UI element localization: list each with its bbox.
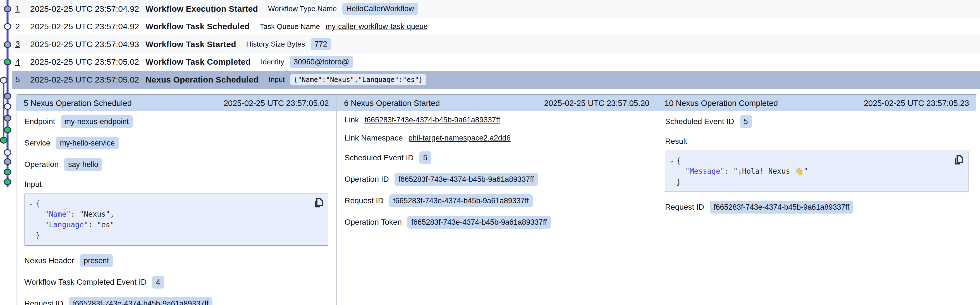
json-key: "Language": [45, 221, 88, 229]
copy-icon: [313, 198, 323, 209]
event-marker-gray-icon: [4, 115, 11, 121]
field-badge: say-hello: [64, 158, 102, 171]
field-badge: f665283f-743e-4374-b45b-9a61a89337ff: [69, 297, 213, 305]
panel-header: 5 Nexus Operation Scheduled2025-02-25 UT…: [16, 95, 336, 111]
event-detail-panels: 5 Nexus Operation Scheduled2025-02-25 UT…: [16, 94, 977, 305]
field-row: Link Namespacephil-target-namespace2.a2d…: [345, 133, 649, 143]
field-row: Operation IDf665283f-743e-4374-b45b-9a61…: [345, 173, 649, 186]
json-text: :: [724, 167, 733, 175]
field-badge: present: [80, 254, 113, 267]
panel-body: Endpointmy-nexus-endpointServicemy-hello…: [16, 111, 336, 305]
event-id: 2: [15, 22, 30, 31]
json-text: {: [36, 199, 40, 208]
event-marker-green-icon: [4, 169, 11, 175]
panel-timestamp: 2025-02-25 UTC 23:57:05.23: [864, 99, 969, 108]
event-attr: Input{"Name":"Nexus","Language":"es"}: [269, 74, 426, 85]
field-label: Request ID: [665, 202, 704, 212]
field-badge: my-nexus-endpoint: [61, 115, 133, 128]
event-attr-label: Identity: [261, 58, 284, 66]
event-marker-gray-icon: [4, 6, 11, 12]
event-timestamp: 2025-02-25 UTC 23:57:04.92: [30, 22, 145, 31]
field-badge: 5: [740, 115, 752, 128]
event-attr-code: {"Name":"Nexus","Language":"es"}: [290, 74, 426, 85]
field-link[interactable]: f665283f-743e-4374-b45b-9a61a89337ff: [364, 115, 500, 125]
event-row[interactable]: 22025-02-25 UTC 23:57:04.92Workflow Task…: [12, 18, 980, 36]
event-timestamp: 2025-02-25 UTC 23:57:05.02: [30, 75, 145, 84]
json-line: {: [665, 155, 962, 166]
field-link[interactable]: phil-target-namespace2.a2dd6: [409, 133, 511, 143]
event-marker-gray-icon: [4, 159, 11, 165]
json-line: {: [25, 198, 322, 209]
event-attr: Workflow Type NameHelloCallerWorkflow: [268, 3, 418, 15]
event-id: 5: [15, 75, 30, 84]
field-badge: my-hello-service: [56, 137, 119, 149]
event-history-list: 12025-02-25 UTC 23:57:04.92Workflow Exec…: [12, 0, 980, 88]
json-text: "es": [97, 221, 115, 229]
json-text: }: [676, 178, 681, 186]
field-label: Nexus Header: [24, 256, 74, 265]
json-viewer: ⌄{ "Name": "Nexus", "Language": "es"}: [24, 193, 328, 246]
event-id-link[interactable]: 4: [15, 57, 20, 66]
field-label: Result: [665, 137, 969, 146]
field-badge: 5: [419, 152, 431, 164]
event-timestamp: 2025-02-25 UTC 23:57:05.02: [30, 57, 145, 66]
field-label: Workflow Task Completed Event ID: [24, 277, 146, 287]
collapse-chevron-icon[interactable]: ⌄: [28, 199, 34, 207]
field-label: Link Namespace: [345, 133, 403, 143]
field-label: Request ID: [345, 196, 383, 205]
event-id: 1: [15, 4, 30, 13]
event-id-link[interactable]: 5: [15, 75, 20, 84]
event-id: 3: [15, 40, 30, 49]
json-text: [36, 210, 45, 218]
json-text: [36, 221, 45, 229]
field-badge: f665283f-743e-4374-b45b-9a61a89337ff: [395, 173, 538, 186]
collapse-chevron-icon[interactable]: ⌄: [669, 156, 675, 164]
event-attr-badge: HelloCallerWorkflow: [342, 3, 418, 15]
event-id-link[interactable]: 1: [15, 4, 20, 13]
field-row: Operation Tokenf665283f-743e-4374-b45b-9…: [345, 216, 649, 229]
event-name: Nexus Operation Scheduled: [145, 75, 259, 84]
field-row: Request IDf665283f-743e-4374-b45b-9a61a8…: [665, 201, 969, 213]
field-badge: 4: [152, 276, 164, 289]
json-text: :: [88, 221, 97, 229]
json-line: }: [665, 177, 962, 187]
event-attr-label: Input: [269, 75, 285, 84]
event-marker-green-icon: [4, 127, 11, 133]
copy-button[interactable]: [312, 198, 324, 210]
event-attr-label: History Size Bytes: [246, 40, 305, 49]
event-id-link[interactable]: 2: [15, 22, 20, 31]
event-id: 4: [15, 57, 30, 66]
event-timestamp: 2025-02-25 UTC 23:57:04.92: [30, 4, 145, 14]
json-viewer: ⌄{ "Message": "¡Hola! Nexus 👋"}: [665, 150, 969, 192]
panel-timestamp: 2025-02-25 UTC 23:57:05.20: [544, 99, 649, 108]
json-text: [676, 167, 685, 175]
field-label: Operation: [24, 160, 59, 169]
field-row: Endpointmy-nexus-endpoint: [24, 115, 328, 128]
field-row: Scheduled Event ID5: [345, 152, 649, 164]
field-row: Servicemy-hello-service: [24, 137, 328, 149]
event-attr-label: Task Queue Name: [260, 22, 320, 31]
event-row[interactable]: 42025-02-25 UTC 23:57:05.02Workflow Task…: [12, 53, 980, 71]
field-label: Operation ID: [345, 174, 389, 184]
field-row: Linkf665283f-743e-4374-b45b-9a61a89337ff: [345, 115, 649, 125]
event-attr-link[interactable]: my-caller-workflow-task-queue: [326, 22, 428, 31]
field-label: Input: [24, 180, 328, 189]
json-text: {: [676, 156, 681, 165]
field-row: Nexus Headerpresent: [24, 254, 328, 267]
event-row[interactable]: 52025-02-25 UTC 23:57:05.02Nexus Operati…: [12, 71, 980, 88]
event-row[interactable]: 12025-02-25 UTC 23:57:04.92Workflow Exec…: [12, 0, 980, 18]
json-text: :: [71, 210, 79, 218]
event-name: Workflow Task Started: [145, 40, 236, 49]
field-label: Operation Token: [345, 218, 402, 227]
field-badge: f665283f-743e-4374-b45b-9a61a89337ff: [710, 201, 853, 213]
event-attr-badge: 30960@totoro@: [290, 56, 353, 68]
event-attr-label: Workflow Type Name: [268, 5, 337, 13]
temporal-event-history-screen: 12025-02-25 UTC 23:57:04.92Workflow Exec…: [0, 0, 980, 305]
event-attr: Task Queue Namemy-caller-workflow-task-q…: [260, 22, 428, 31]
event-row[interactable]: 32025-02-25 UTC 23:57:04.93Workflow Task…: [12, 35, 980, 53]
event-marker-light-icon: [4, 104, 11, 109]
event-marker-green-icon: [4, 179, 11, 185]
copy-button[interactable]: [953, 155, 964, 167]
event-id-link[interactable]: 3: [15, 40, 20, 49]
event-name: Workflow Task Scheduled: [145, 22, 250, 31]
